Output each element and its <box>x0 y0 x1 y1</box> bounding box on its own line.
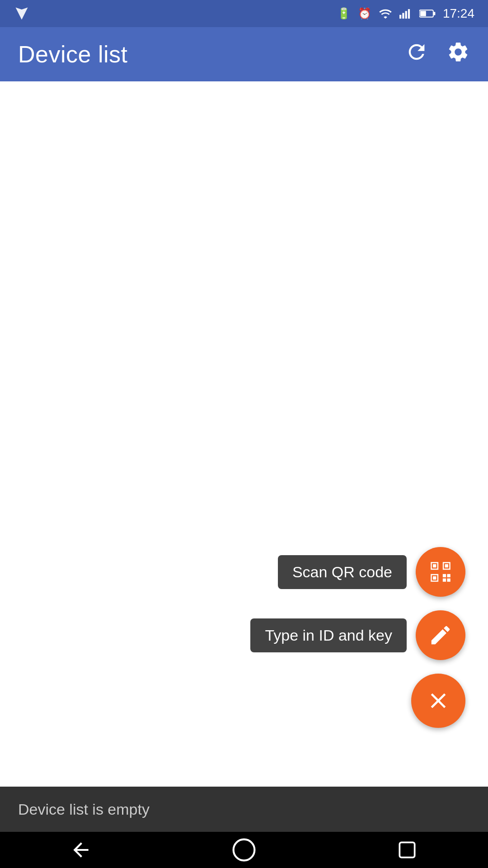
app-bar-title: Device list <box>18 41 127 68</box>
edit-icon <box>428 623 453 647</box>
nav-bar <box>0 832 488 868</box>
svg-rect-3 <box>408 9 410 19</box>
status-bar: 🔋 ⏰ 17:24 <box>0 0 488 27</box>
svg-rect-1 <box>402 13 404 19</box>
svg-rect-6 <box>420 11 426 16</box>
notch-icon <box>14 5 30 22</box>
scan-qr-button[interactable] <box>416 547 465 597</box>
main-content: Scan QR code Type in ID and key <box>0 81 488 750</box>
settings-button[interactable] <box>446 40 470 68</box>
svg-point-7 <box>234 840 255 861</box>
nav-home-button[interactable] <box>231 837 257 863</box>
close-fab-button[interactable] <box>411 674 465 728</box>
empty-state-message: Device list is empty <box>18 801 150 818</box>
home-circle-icon <box>231 837 257 863</box>
nav-back-button[interactable] <box>70 839 92 861</box>
close-icon <box>426 688 451 713</box>
status-bar-left <box>14 5 30 22</box>
svg-rect-5 <box>433 12 435 15</box>
svg-rect-0 <box>399 15 401 19</box>
qr-code-icon <box>427 559 454 585</box>
svg-rect-2 <box>405 11 407 19</box>
svg-rect-8 <box>399 842 414 857</box>
recents-icon <box>396 839 418 861</box>
scan-qr-label: Scan QR code <box>278 555 407 589</box>
back-icon <box>70 839 92 861</box>
type-id-row: Type in ID and key <box>250 610 465 660</box>
app-bar: Device list <box>0 27 488 81</box>
type-id-label: Type in ID and key <box>250 618 407 652</box>
wifi-icon <box>379 8 392 19</box>
signal-icon <box>399 8 412 19</box>
battery-icon <box>419 8 436 19</box>
fab-area: Scan QR code Type in ID and key <box>250 547 488 750</box>
vibrate-icon: 🔋 <box>337 7 351 20</box>
refresh-button[interactable] <box>405 40 428 68</box>
scan-qr-row: Scan QR code <box>278 547 465 597</box>
refresh-icon <box>405 40 428 64</box>
status-bar-right: 🔋 ⏰ 17:24 <box>337 6 474 21</box>
settings-icon <box>446 40 470 64</box>
app-bar-actions <box>405 40 470 68</box>
nav-recents-button[interactable] <box>396 839 418 861</box>
alarm-icon: ⏰ <box>358 7 371 20</box>
type-id-button[interactable] <box>416 610 465 660</box>
bottom-status-bar: Device list is empty <box>0 787 488 832</box>
time-display: 17:24 <box>443 6 474 21</box>
